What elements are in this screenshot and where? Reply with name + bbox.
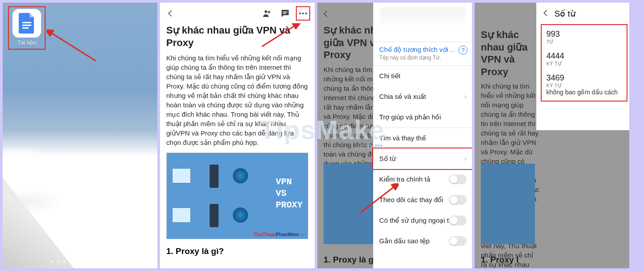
svg-point-6: [299, 13, 301, 14]
compat-mode-row[interactable]: Chế độ tương thích với Offi... ? Tệp này…: [373, 42, 472, 66]
sheet-header: [373, 3, 472, 42]
chevron-right-icon: ›: [464, 155, 467, 163]
doc-paragraph: Khi chúng ta tìm hiểu về những kết nối m…: [166, 53, 308, 147]
panel-menu-sheet: Sự khác nhau giữa VPN và Proxy Khi chúng…: [317, 3, 472, 268]
menu-find-replace[interactable]: Tìm và thay thế: [373, 128, 472, 148]
section-heading: 1. Proxy là gì?: [166, 246, 308, 256]
panel-homescreen: Tài liệu: [3, 3, 157, 268]
menu-offline[interactable]: Có thể sử dụng ngoại tuyến: [373, 210, 472, 231]
dimmed-section-heading: 1. Proxy l: [481, 255, 519, 265]
chevron-left-icon: [542, 9, 550, 17]
menu-star-file[interactable]: Gắn dấu sao tệp: [373, 231, 472, 251]
menu-detail[interactable]: Chi tiết: [373, 66, 472, 86]
menu-track-changes[interactable]: Theo dõi các thay đổi: [373, 190, 472, 210]
doc-title: Sự khác nhau giữa VPN và Proxy: [166, 24, 308, 49]
svg-point-8: [305, 13, 307, 14]
menu-help-feedback[interactable]: Trợ giúp và phản hồi: [373, 107, 472, 128]
more-button[interactable]: [296, 6, 310, 21]
toggle[interactable]: [449, 174, 467, 184]
app-label: Tài liệu: [13, 39, 41, 46]
docs-app-icon[interactable]: [13, 9, 41, 38]
share-person-button[interactable]: [258, 5, 274, 21]
help-icon[interactable]: ?: [459, 46, 467, 55]
doc-figure: VPN VS PROXY ThuThuatPhanMem.vn: [166, 152, 308, 239]
panel-word-count: Sự khác nhau giữa VPN và Proxy Khi chúng…: [475, 3, 629, 268]
panel-doc-view: Sự khác nhau giữa VPN và Proxy Khi chúng…: [160, 3, 315, 268]
back-button[interactable]: [164, 5, 176, 22]
svg-rect-0: [22, 22, 31, 23]
word-count-panel: Số từ 993 TỪ 4444 KÝ TỰ 3469 KÝ TỰ không…: [536, 3, 629, 130]
dimmed-figure: [324, 164, 373, 244]
figure-watermark: ThuThuatPhanMem.vn: [253, 232, 306, 237]
app-icon-highlight: Tài liệu: [8, 6, 46, 50]
page-dots: [51, 260, 109, 263]
back-button[interactable]: [322, 7, 330, 21]
compat-link[interactable]: Chế độ tương thích với Offi...: [379, 46, 466, 54]
comment-icon: [280, 8, 290, 19]
document-body: Sự khác nhau giữa VPN và Proxy Khi chúng…: [160, 24, 315, 256]
word-count-highlight: 993 TỪ 4444 KÝ TỰ 3469 KÝ TỰ không bao g…: [541, 24, 627, 102]
menu-sheet: Chế độ tương thích với Offi... ? Tệp này…: [373, 3, 472, 268]
svg-point-7: [302, 13, 304, 14]
toggle[interactable]: [449, 216, 467, 225]
dimmed-figure: [481, 164, 535, 244]
chevron-left-icon: [322, 10, 330, 18]
word-count-chars: 4444 KÝ TỰ: [542, 47, 624, 69]
docs-icon: [18, 12, 36, 34]
word-count-chars-nospace: 3469 KÝ TỰ không bao gồm dấu cách: [542, 69, 624, 101]
toggle[interactable]: [449, 195, 467, 205]
word-count-words: 993 TỪ: [542, 25, 624, 47]
svg-rect-4: [283, 12, 287, 13]
svg-rect-2: [22, 27, 29, 29]
word-count-title: Số từ: [554, 8, 575, 19]
svg-rect-5: [283, 13, 286, 14]
chevron-right-icon: ›: [464, 93, 467, 101]
back-button[interactable]: [542, 7, 550, 20]
menu-spellcheck[interactable]: Kiểm tra chính tả: [373, 169, 472, 190]
person-add-icon: [261, 8, 272, 19]
chevron-left-icon: [166, 9, 174, 17]
toggle[interactable]: [449, 236, 467, 246]
more-horizontal-icon: [298, 8, 308, 19]
dimmed-section-heading: 1. Proxy là gì?: [324, 255, 381, 265]
menu-word-count[interactable]: Số từ›: [372, 148, 472, 170]
menu-share-export[interactable]: Chia sẻ và xuất›: [373, 86, 472, 107]
comment-button[interactable]: [277, 5, 293, 21]
compat-subtext: Tệp này có định dạng Từ.: [379, 55, 466, 61]
svg-rect-1: [22, 25, 31, 26]
